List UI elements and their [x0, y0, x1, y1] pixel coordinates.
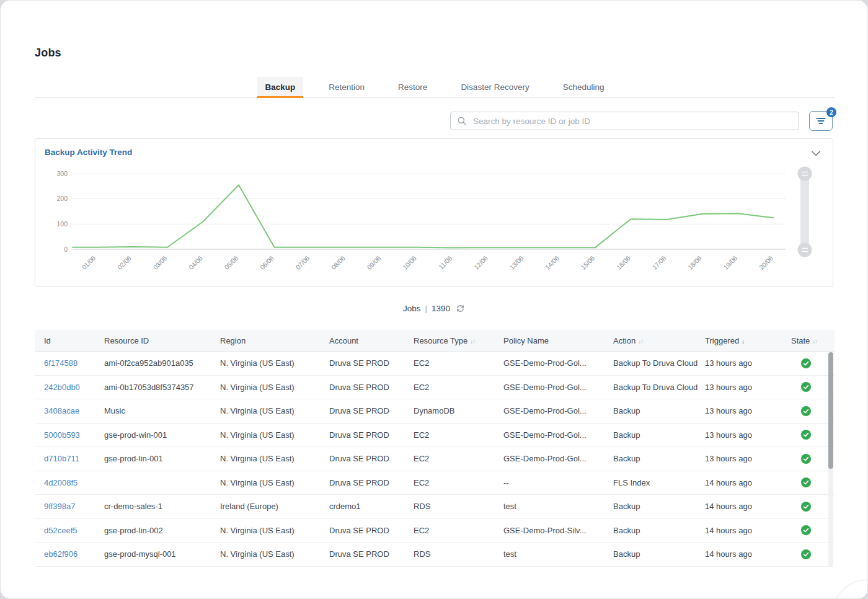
x-axis-label: 16/06: [615, 254, 632, 271]
policy-name-cell: test: [503, 549, 613, 559]
x-axis-label: 02/06: [116, 254, 133, 271]
state-success-icon: [801, 430, 811, 440]
account-cell: Druva SE PROD: [329, 358, 414, 368]
job-id-link[interactable]: d710b711: [44, 454, 104, 463]
column-header-triggered[interactable]: Triggered↓: [705, 336, 791, 345]
column-header-state[interactable]: State↓↑: [791, 336, 835, 345]
resource-type-cell: EC2: [414, 358, 503, 368]
column-label: State: [791, 336, 810, 345]
table-row: 3408acaeMusicN. Virginia (US East)Druva …: [35, 399, 835, 424]
action-cell: Backup: [613, 406, 705, 415]
triggered-cell: 13 hours ago: [705, 358, 791, 368]
filter-icon: [816, 116, 826, 126]
tab-restore[interactable]: Restore: [390, 77, 435, 97]
action-cell: Backup: [613, 549, 705, 559]
sort-both-icon: ↓↑: [812, 338, 817, 345]
column-header-policy-name: Policy Name: [503, 336, 613, 345]
resource-id-cell: Music: [104, 406, 220, 415]
account-cell: Druva SE PROD: [329, 430, 414, 440]
job-id-link[interactable]: 3408acae: [44, 406, 104, 415]
resource-id-cell: cr-demo-sales-1: [104, 502, 220, 511]
x-axis-label: 15/06: [579, 254, 596, 271]
account-cell: Druva SE PROD: [329, 383, 414, 392]
resource-type-cell: EC2: [414, 526, 503, 535]
resource-type-cell: RDS: [414, 549, 503, 559]
policy-name-cell: GSE-Demo-Prod-Gol...: [503, 454, 613, 463]
policy-name-cell: --: [503, 478, 613, 487]
region-cell: N. Virginia (US East): [220, 358, 329, 368]
triggered-cell: 13 hours ago: [705, 430, 791, 440]
x-axis-label: 04/06: [187, 254, 204, 271]
filter-button[interactable]: 2: [809, 111, 833, 131]
resource-id-cell: gse-prod-lin-001: [104, 454, 220, 463]
state-success-icon: [801, 406, 811, 416]
column-header-region: Region: [220, 336, 329, 345]
job-id-link[interactable]: 6f174588: [44, 358, 104, 368]
x-axis-label: 18/06: [686, 254, 703, 271]
x-axis-label: 03/06: [151, 254, 168, 271]
job-id-link[interactable]: 4d2008f5: [44, 478, 104, 487]
tab-scheduling[interactable]: Scheduling: [555, 77, 613, 97]
resource-type-cell: EC2: [414, 478, 503, 487]
action-cell: Backup To Druva Cloud: [613, 358, 705, 368]
refresh-button[interactable]: [454, 303, 466, 314]
page-title: Jobs: [35, 47, 61, 60]
state-success-icon: [801, 549, 811, 559]
y-axis-label: 200: [56, 195, 68, 202]
column-label: Account: [329, 336, 358, 345]
column-header-resource-type[interactable]: Resource Type↓↑: [414, 336, 503, 345]
jobs-count-value: 1390: [432, 304, 450, 313]
backup-activity-card: Backup Activity Trend 010020030001/0602/…: [35, 138, 833, 287]
job-id-link[interactable]: 242b0db0: [44, 383, 104, 392]
tab-backup[interactable]: Backup: [257, 77, 304, 97]
tab-disaster-recovery[interactable]: Disaster Recovery: [453, 77, 537, 97]
chart-zoom-handle-bottom[interactable]: [798, 243, 812, 257]
state-success-icon: [801, 525, 811, 535]
column-header-action[interactable]: Action↓↑: [613, 336, 705, 345]
table-row: 5000b593gse-prod-win-001N. Virginia (US …: [35, 424, 835, 448]
policy-name-cell: GSE-Demo-Prod-Gol...: [503, 358, 613, 368]
resource-id-cell: gse-prod-win-001: [104, 430, 220, 440]
action-cell: Backup: [613, 502, 705, 511]
column-label: Policy Name: [503, 336, 549, 345]
tab-bar: BackupRetentionRestoreDisaster RecoveryS…: [35, 77, 835, 98]
account-cell: Druva SE PROD: [329, 478, 414, 487]
action-cell: FLS Index: [613, 478, 705, 487]
jobs-count-label: Jobs: [403, 304, 421, 313]
state-success-icon: [801, 502, 811, 512]
job-id-link[interactable]: eb62f906: [44, 549, 104, 559]
action-cell: Backup: [613, 526, 705, 535]
action-cell: Backup To Druva Cloud: [613, 383, 705, 392]
search-input[interactable]: [472, 116, 799, 126]
region-cell: N. Virginia (US East): [220, 478, 329, 487]
x-axis-label: 19/06: [722, 254, 738, 271]
resource-type-cell: EC2: [414, 383, 503, 392]
job-id-link[interactable]: 9ff398a7: [44, 502, 104, 511]
chart-zoom-track[interactable]: [800, 174, 809, 250]
scrollbar-thumb[interactable]: [828, 352, 833, 469]
policy-name-cell: GSE-Demo-Prod-Gol...: [503, 430, 613, 440]
sort-both-icon: ↓↑: [470, 338, 475, 345]
triggered-cell: 13 hours ago: [705, 383, 791, 392]
state-success-icon: [801, 477, 811, 487]
trend-line: [73, 185, 774, 247]
job-id-link[interactable]: 5000b593: [44, 430, 104, 440]
resource-id-cell: ami-0b17053d8f5374357: [104, 383, 220, 392]
chart-zoom-handle-top[interactable]: [798, 167, 812, 181]
jobs-count-separator: |: [425, 304, 427, 313]
filter-badge: 2: [826, 107, 836, 117]
column-label: Region: [220, 336, 246, 345]
column-label: Action: [613, 336, 636, 345]
column-header-resource-id: Resource ID: [104, 336, 220, 345]
table-row: d710b711gse-prod-lin-001N. Virginia (US …: [35, 447, 835, 471]
tab-retention[interactable]: Retention: [321, 77, 373, 97]
triggered-cell: 14 hours ago: [705, 549, 791, 559]
policy-name-cell: GSE-Demo-Prod-Gol...: [503, 406, 613, 415]
table-row: 9ff398a7cr-demo-sales-1Ireland (Europe)c…: [35, 495, 835, 519]
triggered-cell: 14 hours ago: [705, 478, 791, 487]
table-scrollbar[interactable]: [828, 352, 833, 566]
action-cell: Backup: [613, 430, 705, 440]
job-id-link[interactable]: d52ceef5: [44, 526, 104, 535]
decorative-arc: [830, 579, 868, 599]
x-axis-label: 14/06: [544, 254, 560, 271]
